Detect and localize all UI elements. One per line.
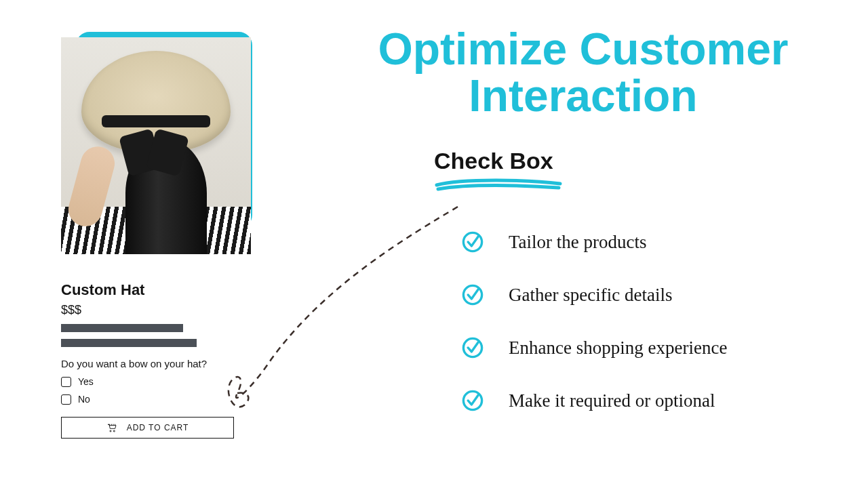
checkmark-circle-icon <box>461 230 484 253</box>
product-title: Custom Hat <box>61 281 251 299</box>
checkbox-icon[interactable] <box>61 377 71 387</box>
product-image <box>61 37 251 254</box>
subhead: Check Box <box>434 148 563 174</box>
benefit-text: Tailor the products <box>509 232 647 253</box>
checkbox-option-yes[interactable]: Yes <box>61 376 251 387</box>
checkbox-option-no[interactable]: No <box>61 394 251 405</box>
product-question: Do you want a bow on your hat? <box>61 358 251 369</box>
checkmark-circle-icon <box>461 336 484 359</box>
benefit-text: Enhance shopping experience <box>509 338 727 359</box>
placeholder-bar <box>61 324 183 332</box>
underline-decoration <box>434 178 563 193</box>
subhead-block: Check Box <box>434 148 563 196</box>
benefit-item: Gather specific details <box>461 283 727 306</box>
add-to-cart-button[interactable]: ADD TO CART <box>61 417 234 439</box>
product-price: $$$ <box>61 303 251 317</box>
benefit-item: Tailor the products <box>461 230 727 253</box>
product-info: Custom Hat $$$ Do you want a bow on your… <box>61 281 251 439</box>
checkbox-label: No <box>78 394 90 405</box>
checkbox-icon[interactable] <box>61 394 71 405</box>
add-to-cart-label: ADD TO CART <box>127 423 189 432</box>
placeholder-bar <box>61 339 197 347</box>
benefit-list: Tailor the products Gather specific deta… <box>461 230 727 442</box>
hat-band-graphic <box>102 115 210 127</box>
cart-icon <box>106 423 117 432</box>
checkbox-label: Yes <box>78 376 94 387</box>
benefit-text: Gather specific details <box>509 285 672 306</box>
benefit-item: Make it required or optional <box>461 389 727 412</box>
checkmark-circle-icon <box>461 283 484 306</box>
product-card: Custom Hat $$$ Do you want a bow on your… <box>61 37 251 439</box>
checkmark-circle-icon <box>461 389 484 412</box>
headline: Optimize Customer Interaction <box>319 26 848 120</box>
benefit-item: Enhance shopping experience <box>461 336 727 359</box>
benefit-text: Make it required or optional <box>509 390 715 411</box>
